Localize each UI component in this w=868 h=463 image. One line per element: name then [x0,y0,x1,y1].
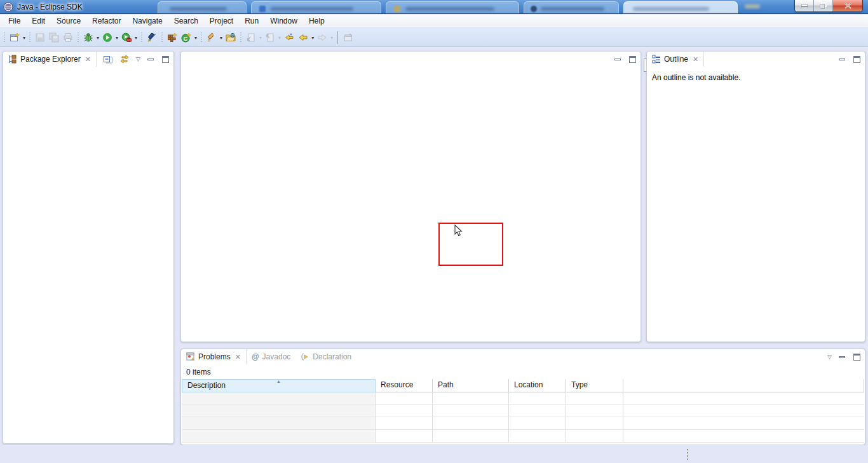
editor-content[interactable] [181,67,641,342]
column-header-path[interactable]: Path [433,379,509,392]
problems-icon [186,352,195,361]
new-java-class-button[interactable]: C [179,31,193,45]
minimize-button[interactable] [795,0,814,11]
toolbar-drag-handle[interactable] [240,32,242,43]
menu-navigate[interactable]: Navigate [126,15,168,28]
new-java-project-icon [167,32,177,43]
menu-run[interactable]: Run [239,15,264,28]
menu-edit[interactable]: Edit [26,15,51,28]
maximize-view-icon[interactable] [853,354,861,361]
new-wizard-button[interactable] [8,31,22,45]
toolbar-drag-handle[interactable] [140,32,143,43]
outline-view: Outline ✕ An outline is not available. [646,51,865,342]
search-button[interactable] [145,31,159,45]
new-java-class-dropdown-arrow[interactable]: ▾ [193,35,198,41]
view-menu-icon[interactable]: ▽ [136,57,140,62]
mouse-cursor [454,225,463,237]
back-dropdown-arrow[interactable]: ▾ [310,35,315,41]
minimize-view-icon[interactable] [838,354,846,361]
table-row[interactable] [182,417,864,430]
menu-source[interactable]: Source [51,15,86,28]
marker-pen-icon [207,32,217,43]
outline-icon [652,55,661,64]
column-header-location[interactable]: Location [509,379,566,392]
maximize-view-icon[interactable] [161,56,170,63]
collapse-all-icon[interactable] [103,54,113,64]
toolbar-drag-handle[interactable] [77,32,79,43]
maximize-view-icon[interactable] [853,56,861,63]
back-arrow-icon [298,32,308,43]
new-java-class-icon: C [181,32,191,43]
package-explorer-header: Package Explorer ✕ ▽ [3,52,173,67]
run-button[interactable] [100,31,114,45]
outline-tab-label: Outline [664,55,688,64]
red-selection-rectangle [438,223,503,266]
eclipse-logo-icon [3,2,13,12]
last-edit-location-button[interactable] [282,31,296,45]
debug-icon [83,32,93,43]
save-icon [35,32,45,43]
forward-arrow-icon [317,32,327,43]
last-edit-location-icon [284,32,294,43]
package-explorer-content[interactable] [3,67,173,443]
close-icon[interactable]: ✕ [234,354,241,361]
restore-button[interactable] [814,0,833,11]
close-icon[interactable]: ✕ [691,56,698,63]
link-with-editor-icon[interactable] [119,54,130,64]
back-button[interactable] [296,31,310,45]
minimize-editor-icon[interactable] [614,56,622,63]
run-dropdown-arrow[interactable]: ▾ [114,35,119,41]
open-task-button[interactable] [205,31,219,45]
menu-project[interactable]: Project [204,15,239,28]
outline-tab[interactable]: Outline ✕ [647,52,704,67]
declaration-tab-label: Declaration [313,352,351,361]
table-row[interactable] [182,404,864,417]
main-toolbar: ▾ [0,28,868,47]
window-title: Java - Eclipse SDK [17,3,83,11]
print-button [61,31,75,45]
titlebar[interactable]: Java - Eclipse SDK [0,0,868,14]
menu-window[interactable]: Window [264,15,303,28]
new-wizard-dropdown-arrow[interactable]: ▾ [22,35,27,41]
close-icon[interactable]: ✕ [84,56,91,63]
close-button[interactable] [833,0,862,11]
debug-dropdown-arrow[interactable]: ▾ [95,35,100,41]
web-browser-button[interactable] [224,31,238,45]
external-tools-dropdown-arrow[interactable]: ▾ [133,35,139,41]
problems-items-count: 0 items [181,364,865,378]
external-tools-button[interactable] [119,31,133,45]
menu-help[interactable]: Help [303,15,330,28]
menu-refactor[interactable]: Refactor [86,15,126,28]
problems-tab[interactable]: Problems ✕ [181,349,247,364]
menu-search[interactable]: Search [168,15,204,28]
outline-header: Outline ✕ [647,52,865,67]
minimize-view-icon[interactable] [838,56,846,63]
maximize-editor-icon[interactable] [628,56,637,63]
new-java-project-button[interactable] [165,31,179,45]
new-wizard-icon [10,32,20,43]
toolbar-drag-handle[interactable] [200,32,203,43]
background-browser-tab [623,1,738,14]
column-header-description[interactable]: ▲ Description [182,379,376,392]
table-row[interactable] [182,430,864,443]
column-header-resource[interactable]: Resource [376,379,433,392]
minimize-view-icon[interactable] [147,56,155,63]
menu-file[interactable]: File [3,15,26,28]
open-task-dropdown-arrow[interactable]: ▾ [219,35,224,41]
debug-button[interactable] [81,31,95,45]
javadoc-tab[interactable]: @ Javadoc [247,349,295,364]
print-icon [63,32,73,43]
toolbar-drag-handle[interactable] [3,32,6,43]
column-header-type[interactable]: Type [566,379,623,392]
view-menu-icon[interactable]: ▽ [827,354,832,360]
forward-button [315,31,329,45]
javadoc-tab-label: Javadoc [262,352,291,361]
declaration-icon [301,352,309,361]
toolbar-drag-handle[interactable] [29,32,31,43]
table-row[interactable] [182,392,864,404]
toolbar-drag-handle[interactable] [161,32,163,43]
background-browser-button [745,4,760,8]
status-bar-drag-handle[interactable] [686,449,688,462]
package-explorer-tab[interactable]: Package Explorer ✕ [3,52,97,67]
declaration-tab[interactable]: Declaration [295,349,356,364]
